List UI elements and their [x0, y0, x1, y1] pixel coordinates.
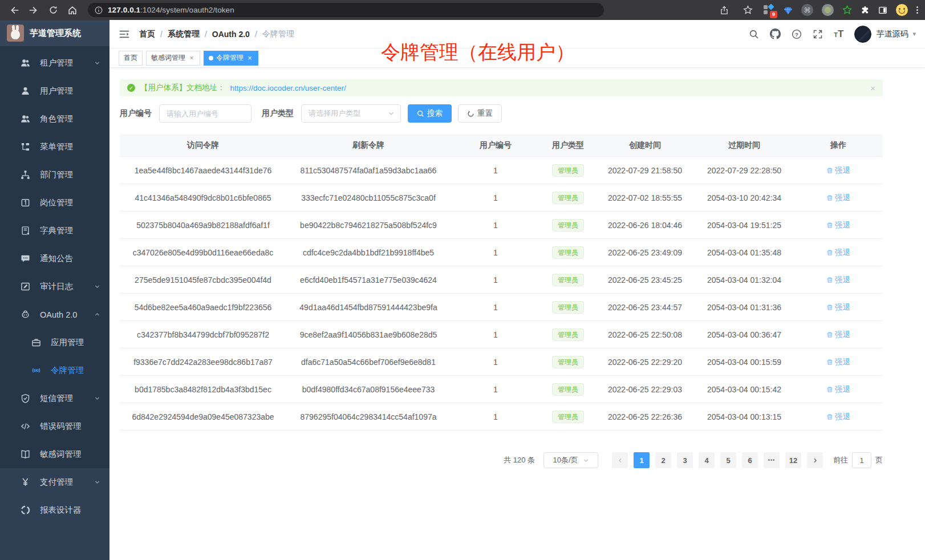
force-logout-button[interactable]: 强退 — [826, 357, 850, 367]
sidebar-item-OAuth 2.0[interactable]: OAuth 2.0 — [0, 301, 109, 328]
page-button-1[interactable]: 1 — [634, 452, 650, 468]
user-id-input[interactable] — [159, 104, 251, 123]
doc-link[interactable]: https://doc.iocoder.cn/user-center/ — [230, 84, 346, 92]
goto-page-input[interactable] — [852, 452, 871, 468]
sidebar-item-用户管理[interactable]: 用户管理 — [0, 77, 109, 105]
extension-recorder-icon[interactable] — [822, 4, 834, 16]
sidebar-item-报表设计器[interactable]: 报表设计器 — [0, 496, 109, 524]
side-panel-icon[interactable] — [878, 6, 887, 15]
column-header: 操作 — [794, 140, 883, 151]
force-logout-button[interactable]: 强退 — [826, 165, 850, 176]
force-logout-button[interactable]: 强退 — [826, 220, 850, 230]
sidebar-item-短信管理[interactable]: 短信管理 — [0, 384, 109, 412]
header-search-icon[interactable] — [749, 29, 759, 39]
tag-label: 令牌管理 — [216, 53, 244, 63]
sidebar-item-label: 令牌管理 — [51, 365, 84, 376]
address-bar[interactable]: 127.0.0.1:1024/system/oauth2/token — [88, 3, 604, 17]
share-icon[interactable] — [717, 3, 732, 18]
created-time-cell: 2022-07-29 21:58:50 — [595, 166, 695, 175]
extension-tag-manager-icon[interactable]: 9 — [764, 5, 775, 16]
help-icon[interactable]: ? — [792, 29, 802, 39]
force-logout-button[interactable]: 强退 — [826, 384, 850, 395]
sidebar-item-令牌管理[interactable]: A令牌管理 — [0, 356, 109, 384]
alert-close-icon[interactable]: × — [870, 83, 875, 93]
user-type-cell: 管理员 — [541, 301, 595, 314]
force-logout-button[interactable]: 强退 — [826, 247, 850, 258]
sidebar-menu: 租户管理用户管理角色管理菜单管理部门管理岗位管理字典管理通知公告审计日志OAut… — [0, 46, 109, 560]
reset-button[interactable]: 重置 — [458, 104, 502, 123]
prev-page-button[interactable] — [612, 452, 628, 468]
browser-home-icon[interactable] — [65, 3, 80, 18]
breadcrumb-separator: / — [205, 30, 207, 39]
extension-command-icon[interactable]: ⌘ — [801, 4, 813, 16]
page-button-12[interactable]: 12 — [785, 452, 801, 468]
sidebar-item-应用管理[interactable]: 应用管理 — [0, 328, 109, 356]
created-time-cell: 2022-06-25 22:50:08 — [595, 330, 695, 339]
user-menu[interactable]: 芋道源码 ▾ — [854, 26, 916, 43]
breadcrumb-separator: / — [160, 30, 163, 39]
access-token-cell: c347026e805e4d99b0d116eae66eda8c — [120, 248, 286, 257]
force-logout-button[interactable]: 强退 — [826, 275, 850, 285]
search-button[interactable]: 搜索 — [408, 104, 452, 123]
force-logout-button[interactable]: 强退 — [826, 330, 850, 340]
sidebar-toggle-icon[interactable] — [119, 29, 130, 40]
user-id-cell: 1 — [451, 275, 541, 285]
pagination-more-button[interactable]: ••• — [764, 452, 780, 468]
tag-close-icon[interactable]: × — [188, 55, 195, 62]
sidebar-item-label: 短信管理 — [40, 393, 73, 404]
sidebar-item-支付管理[interactable]: 支付管理 — [0, 468, 109, 496]
force-logout-button[interactable]: 强退 — [826, 412, 850, 422]
sidebar-item-错误码管理[interactable]: 错误码管理 — [0, 412, 109, 440]
force-logout-button[interactable]: 强退 — [826, 193, 850, 203]
next-page-button[interactable] — [807, 452, 823, 468]
sidebar-item-通知公告[interactable]: 通知公告 — [0, 245, 109, 273]
extension-gem-icon[interactable] — [784, 6, 793, 15]
page-size-select[interactable]: 10条/页 — [543, 452, 598, 468]
breadcrumb-item[interactable]: 系统管理 — [168, 29, 200, 39]
user-id-cell: 1 — [451, 385, 541, 394]
app-logo[interactable]: 芋道管理系统 — [0, 20, 109, 46]
page-button-5[interactable]: 5 — [720, 452, 736, 468]
browser-forward-icon[interactable] — [26, 3, 41, 18]
browser-reload-icon[interactable] — [46, 3, 60, 18]
page-button-2[interactable]: 2 — [655, 452, 671, 468]
sidebar-item-敏感词管理[interactable]: 敏感词管理 — [0, 440, 109, 468]
page-button-3[interactable]: 3 — [677, 452, 693, 468]
tag-敏感词管理[interactable]: 敏感词管理× — [146, 51, 200, 66]
profile-emoji-icon[interactable] — [896, 4, 908, 16]
column-header: 用户编号 — [451, 140, 541, 151]
sidebar-item-审计日志[interactable]: 审计日志 — [0, 273, 109, 301]
pagination-total: 共 120 条 — [504, 455, 535, 465]
sidebar-item-岗位管理[interactable]: 岗位管理 — [0, 189, 109, 217]
breadcrumb-item[interactable]: OAuth 2.0 — [212, 30, 250, 39]
fullscreen-icon[interactable] — [813, 29, 823, 39]
sidebar-item-label: 通知公告 — [40, 253, 73, 264]
token-signal-icon: A — [31, 366, 41, 375]
tag-首页[interactable]: 首页 — [119, 51, 143, 66]
github-icon[interactable] — [770, 29, 781, 39]
extensions-puzzle-icon[interactable] — [861, 6, 870, 15]
font-size-icon[interactable]: TT — [834, 29, 843, 39]
user-type-label: 用户类型 — [262, 108, 294, 119]
access-token-cell: 54d6be82ee5a460a9aedc1f9bf223656 — [120, 303, 286, 312]
sidebar-item-字典管理[interactable]: 字典管理 — [0, 217, 109, 245]
extension-evernote-icon[interactable] — [842, 5, 852, 15]
force-logout-button[interactable]: 强退 — [826, 302, 850, 313]
breadcrumb-item[interactable]: 首页 — [139, 29, 155, 39]
access-token-cell: 275e5de9151045fe87cbdc395e004f4d — [120, 275, 286, 285]
sidebar-item-label: 审计日志 — [40, 281, 73, 292]
page-button-6[interactable]: 6 — [742, 452, 758, 468]
site-info-icon[interactable] — [95, 6, 103, 14]
sidebar-item-角色管理[interactable]: 角色管理 — [0, 105, 109, 133]
page-size-value: 10条/页 — [553, 455, 578, 465]
sidebar-item-租户管理[interactable]: 租户管理 — [0, 49, 109, 77]
sidebar-item-菜单管理[interactable]: 菜单管理 — [0, 133, 109, 161]
tag-令牌管理[interactable]: 令牌管理× — [204, 51, 258, 66]
page-button-4[interactable]: 4 — [699, 452, 715, 468]
tag-close-icon[interactable]: × — [246, 55, 253, 62]
bookmark-star-icon[interactable] — [740, 3, 755, 18]
browser-menu-icon[interactable] — [916, 6, 918, 14]
user-type-select[interactable]: 请选择用户类型 — [301, 104, 401, 123]
browser-back-icon[interactable] — [7, 3, 22, 18]
sidebar-item-部门管理[interactable]: 部门管理 — [0, 161, 109, 189]
